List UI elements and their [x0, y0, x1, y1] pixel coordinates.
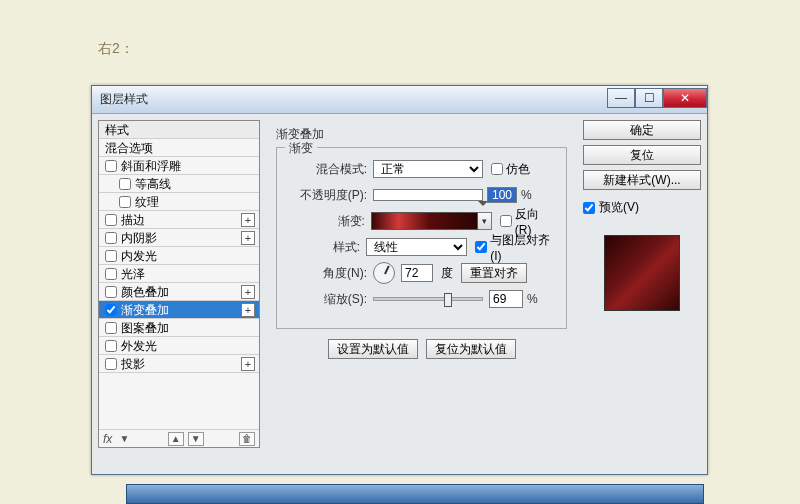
ok-button[interactable]: 确定 [583, 120, 701, 140]
scale-slider-thumb[interactable] [444, 293, 452, 307]
group-legend: 渐变 [285, 140, 317, 157]
maximize-icon: ☐ [644, 91, 655, 105]
taskbar-fragment [126, 484, 704, 504]
styles-list: 样式 混合选项 斜面和浮雕 等高线 纹理 描边+ 内阴影+ 内发光 光泽 颜色叠… [98, 120, 260, 448]
dither-checkbox[interactable] [491, 163, 503, 175]
add-gradient-overlay-icon[interactable]: + [241, 303, 255, 317]
close-button[interactable]: ✕ [663, 88, 707, 108]
opacity-percent: % [521, 188, 532, 202]
drop-shadow-checkbox[interactable] [105, 358, 117, 370]
angle-label: 角度(N): [289, 265, 367, 282]
add-inner-shadow-icon[interactable]: + [241, 231, 255, 245]
list-item-inner-shadow[interactable]: 内阴影+ [99, 229, 259, 247]
gradient-swatch[interactable] [371, 212, 478, 230]
window-buttons: — ☐ ✕ [607, 92, 707, 108]
scale-slider[interactable] [373, 297, 483, 301]
list-item-label: 颜色叠加 [121, 283, 169, 301]
styles-header-label: 样式 [105, 121, 129, 139]
list-item-label: 内阴影 [121, 229, 157, 247]
panel-title: 渐变叠加 [276, 126, 567, 143]
style-select[interactable]: 线性 [366, 238, 467, 256]
list-item-bevel[interactable]: 斜面和浮雕 [99, 157, 259, 175]
list-item-contour[interactable]: 等高线 [99, 175, 259, 193]
titlebar[interactable]: 图层样式 — ☐ ✕ [92, 86, 707, 114]
pattern-overlay-checkbox[interactable] [105, 322, 117, 334]
new-style-button[interactable]: 新建样式(W)... [583, 170, 701, 190]
outer-glow-checkbox[interactable] [105, 340, 117, 352]
blend-mode-row: 混合模式: 正常 仿色 [289, 158, 554, 180]
gradient-dropdown-icon[interactable]: ▾ [478, 212, 492, 230]
move-up-icon[interactable]: ▲ [168, 432, 184, 446]
list-item-blend-options[interactable]: 混合选项 [99, 139, 259, 157]
contour-checkbox[interactable] [119, 178, 131, 190]
add-drop-shadow-icon[interactable]: + [241, 357, 255, 371]
dialog-content: 样式 混合选项 斜面和浮雕 等高线 纹理 描边+ 内阴影+ 内发光 光泽 颜色叠… [92, 114, 707, 474]
gradient-overlay-panel: 渐变叠加 渐变 混合模式: 正常 仿色 不透明度(P): 100 % 渐变: [266, 120, 577, 468]
list-item-label: 描边 [121, 211, 145, 229]
list-item-drop-shadow[interactable]: 投影+ [99, 355, 259, 373]
blend-mode-select[interactable]: 正常 [373, 160, 483, 178]
scale-label: 缩放(S): [289, 291, 367, 308]
texture-checkbox[interactable] [119, 196, 131, 208]
add-color-overlay-icon[interactable]: + [241, 285, 255, 299]
cancel-button[interactable]: 复位 [583, 145, 701, 165]
gradient-label: 渐变: [289, 213, 365, 230]
opacity-row: 不透明度(P): 100 % [289, 184, 554, 206]
list-item-outer-glow[interactable]: 外发光 [99, 337, 259, 355]
opacity-label: 不透明度(P): [289, 187, 367, 204]
fx-menu-icon[interactable]: ▼ [116, 432, 132, 446]
styles-footer: fx ▼ ▲ ▼ 🗑 [99, 429, 259, 447]
styles-header[interactable]: 样式 [99, 121, 259, 139]
list-item-label: 图案叠加 [121, 319, 169, 337]
inner-shadow-checkbox[interactable] [105, 232, 117, 244]
list-item-label: 投影 [121, 355, 145, 373]
gradient-overlay-checkbox[interactable] [105, 304, 117, 316]
preview-swatch [604, 235, 680, 311]
bevel-checkbox[interactable] [105, 160, 117, 172]
reverse-checkbox[interactable] [500, 215, 512, 227]
list-item-color-overlay[interactable]: 颜色叠加+ [99, 283, 259, 301]
scale-row: 缩放(S): % [289, 288, 554, 310]
inner-glow-checkbox[interactable] [105, 250, 117, 262]
opacity-slider[interactable] [373, 189, 483, 201]
list-item-label: 内发光 [121, 247, 157, 265]
list-item-label: 光泽 [121, 265, 145, 283]
angle-row: 角度(N): 度 重置对齐 [289, 262, 554, 284]
list-item-gradient-overlay[interactable]: 渐变叠加+ [99, 301, 259, 319]
scale-percent: % [527, 292, 538, 306]
list-item-satin[interactable]: 光泽 [99, 265, 259, 283]
maximize-button[interactable]: ☐ [635, 88, 663, 108]
add-stroke-icon[interactable]: + [241, 213, 255, 227]
layer-style-dialog: 图层样式 — ☐ ✕ 样式 混合选项 斜面和浮雕 等高线 纹理 描边+ 内阴影+… [91, 85, 708, 475]
trash-icon[interactable]: 🗑 [239, 432, 255, 446]
opacity-value[interactable]: 100 [487, 187, 517, 203]
right-panel: 确定 复位 新建样式(W)... 预览(V) [583, 120, 701, 311]
color-overlay-checkbox[interactable] [105, 286, 117, 298]
list-item-texture[interactable]: 纹理 [99, 193, 259, 211]
reset-align-button[interactable]: 重置对齐 [461, 263, 527, 283]
preview-row: 预览(V) [583, 199, 701, 216]
satin-checkbox[interactable] [105, 268, 117, 280]
preview-checkbox[interactable] [583, 202, 595, 214]
move-down-icon[interactable]: ▼ [188, 432, 204, 446]
style-label: 样式: [289, 239, 360, 256]
align-layer-checkbox[interactable] [475, 241, 487, 253]
minimize-button[interactable]: — [607, 88, 635, 108]
list-item-label: 斜面和浮雕 [121, 157, 181, 175]
list-item-inner-glow[interactable]: 内发光 [99, 247, 259, 265]
stroke-checkbox[interactable] [105, 214, 117, 226]
list-item-stroke[interactable]: 描边+ [99, 211, 259, 229]
set-default-button[interactable]: 设置为默认值 [328, 339, 418, 359]
list-item-pattern-overlay[interactable]: 图案叠加 [99, 319, 259, 337]
preview-label: 预览(V) [599, 199, 639, 216]
reset-default-button[interactable]: 复位为默认值 [426, 339, 516, 359]
fx-label: fx [103, 432, 112, 446]
scale-input[interactable] [489, 290, 523, 308]
angle-input[interactable] [401, 264, 433, 282]
gradient-group: 渐变 混合模式: 正常 仿色 不透明度(P): 100 % 渐变: ▾ 反向(R [276, 147, 567, 329]
list-item-label: 渐变叠加 [121, 301, 169, 319]
angle-unit: 度 [441, 265, 453, 282]
style-row: 样式: 线性 与图层对齐(I) [289, 236, 554, 258]
page-label: 右2： [98, 40, 134, 58]
angle-dial[interactable] [373, 262, 395, 284]
